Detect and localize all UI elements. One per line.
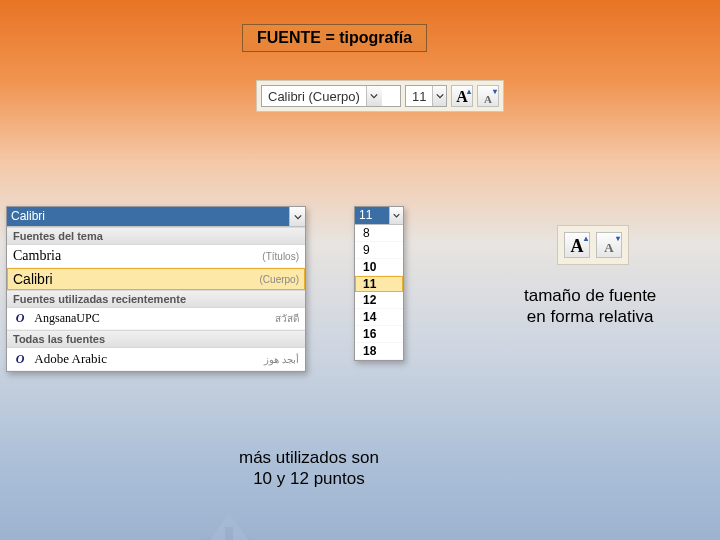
font-option-sample: สวัสดี [275,311,299,326]
size-option-11[interactable]: 11 [355,276,403,292]
size-option-12[interactable]: 12 [355,292,403,309]
font-name-combo[interactable]: Calibri (Cuerpo) [261,85,401,107]
font-option-left: O Adobe Arabic [13,351,107,367]
font-option-angsana[interactable]: O AngsanaUPC สวัสดี [7,308,305,330]
page-title: FUENTE = tipografía [257,29,412,46]
font-section-theme-header: Fuentes del tema [7,227,305,245]
font-option-label: Adobe Arabic [34,351,107,366]
grow-font-icon: A [571,235,584,257]
down-arrow-icon: ▾ [616,234,620,243]
down-arrow-icon: ▾ [493,87,497,96]
font-dropdown-selected: Calibri [7,207,289,226]
font-size-combo[interactable]: 11 [405,85,447,107]
grow-font-button[interactable]: A ▴ [564,232,590,258]
watermark-icon [199,507,259,540]
font-option-label: Calibri [13,271,53,287]
font-option-label: Cambria [13,248,61,264]
font-option-calibri[interactable]: Calibri (Cuerpo) [7,268,305,290]
shrink-font-icon: A [604,239,613,257]
font-option-hint: (Cuerpo) [260,274,299,285]
up-arrow-icon: ▴ [584,234,588,243]
font-dropdown-panel: Calibri Fuentes del tema Cambria (Título… [6,206,306,372]
size-option-list: 89101112141618 [355,225,403,360]
chevron-down-icon[interactable] [389,207,403,224]
font-dropdown-input-row[interactable]: Calibri [7,207,305,227]
opentype-icon: O [13,311,27,325]
chevron-down-icon[interactable] [432,86,446,106]
opentype-icon: O [13,352,27,366]
size-dropdown-selected: 11 [355,207,389,224]
shrink-font-icon: A [484,92,492,106]
font-size-value: 11 [406,89,432,104]
page-title-box: FUENTE = tipografía [242,24,427,52]
size-option-9[interactable]: 9 [355,242,403,259]
svg-rect-1 [225,527,233,540]
font-option-left: O AngsanaUPC [13,311,100,326]
chevron-down-icon[interactable] [289,207,305,226]
up-arrow-icon: ▴ [467,87,471,96]
ribbon-font-group: Calibri (Cuerpo) 11 A ▴ A ▾ [256,80,504,112]
font-section-all-header: Todas las fuentes [7,330,305,348]
chevron-down-icon[interactable] [366,86,382,106]
shrink-font-button[interactable]: A ▾ [477,85,499,107]
font-option-hint: (Títulos) [262,251,299,262]
grow-shrink-group: A ▴ A ▾ [557,225,629,265]
font-option-label: AngsanaUPC [34,311,99,325]
size-option-14[interactable]: 14 [355,309,403,326]
shrink-font-button[interactable]: A ▾ [596,232,622,258]
relative-size-note: tamaño de fuenteen forma relativa [524,285,656,328]
font-option-cambria[interactable]: Cambria (Títulos) [7,245,305,268]
common-sizes-text: más utilizados son10 y 12 puntos [239,448,379,488]
size-option-18[interactable]: 18 [355,343,403,360]
relative-size-text: tamaño de fuenteen forma relativa [524,286,656,326]
size-option-10[interactable]: 10 [355,259,403,276]
font-option-sample: أبجد هوز [264,354,299,365]
size-dropdown-input-row[interactable]: 11 [355,207,403,225]
grow-font-button[interactable]: A ▴ [451,85,473,107]
font-name-value: Calibri (Cuerpo) [262,89,366,104]
common-sizes-note: más utilizados son10 y 12 puntos [239,447,379,490]
size-dropdown-panel: 11 89101112141618 [354,206,404,361]
font-section-recent-header: Fuentes utilizadas recientemente [7,290,305,308]
font-option-adobe-arabic[interactable]: O Adobe Arabic أبجد هوز [7,348,305,371]
svg-point-0 [203,535,255,540]
size-option-16[interactable]: 16 [355,326,403,343]
size-option-8[interactable]: 8 [355,225,403,242]
